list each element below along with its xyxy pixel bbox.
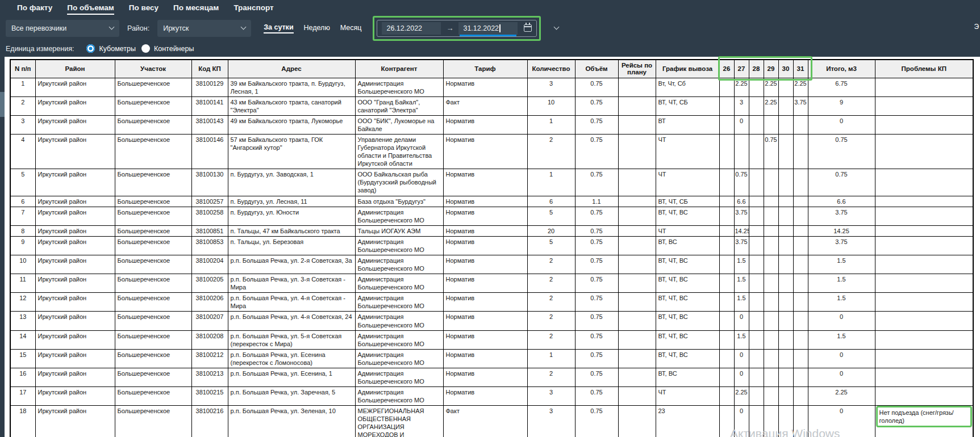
collapse-chevron-icon[interactable] [554, 24, 560, 30]
cell: п. Бурдугуз, ул. Юности [228, 207, 355, 225]
scrollbar-thumb[interactable] [0, 92, 5, 117]
cell: 0.75 [575, 293, 618, 312]
table-row: 17Иркутский районБольшереченское38100215… [10, 387, 973, 406]
cell: 0.75 [575, 406, 618, 437]
cell: р.п. Большая Речка, ул. 2-я Советская, 3… [228, 255, 355, 274]
district-label: Район: [127, 24, 149, 32]
district-select[interactable]: Иркутск [157, 20, 251, 37]
cell: 38100205 [191, 274, 228, 293]
cell: Большереченское [115, 169, 191, 196]
cell: Большереченское [115, 236, 191, 255]
cell [764, 236, 778, 255]
column-header: Рейсы по плану [618, 60, 656, 78]
cell: Иркутский район [35, 387, 115, 406]
cell [764, 387, 778, 406]
cell [875, 225, 973, 236]
cell [719, 312, 734, 330]
cell: 1.5 [734, 274, 749, 293]
cell [618, 196, 656, 207]
cell: 0.75 [575, 207, 618, 225]
period-button[interactable]: Неделю [304, 24, 330, 33]
cell: 3 [10, 115, 35, 134]
date-range-picker[interactable]: 26.12.2022 → 31.12.2022 [377, 20, 537, 37]
left-scrollbar[interactable] [0, 57, 5, 437]
cell [719, 115, 734, 134]
cell: 2 [527, 134, 575, 169]
cell: 1.5 [734, 255, 749, 274]
cell: ВТ [656, 115, 719, 134]
district-select-value: Иркутск [163, 24, 189, 32]
cell: 39 км Байкальского тракта, п. Бурдугуз, … [228, 78, 355, 96]
cell [749, 255, 764, 274]
cell: 14.25 [808, 225, 875, 236]
cell: 1.5 [808, 274, 875, 293]
cell: Администрация Большереченского МО [355, 207, 443, 225]
date-from-input[interactable]: 26.12.2022 [382, 22, 441, 35]
cell [764, 274, 778, 293]
cell: 1 [527, 169, 575, 196]
cell: Администрация Большереченского МО [355, 293, 443, 312]
unit-radio-option[interactable]: Кубометры [86, 44, 136, 53]
cell: Администрация Большереченского МО [355, 312, 443, 330]
cell: 0.75 [575, 115, 618, 134]
calendar-icon[interactable] [524, 24, 532, 32]
column-header: 26 [719, 60, 734, 78]
cell: 0.75 [575, 134, 618, 169]
cell: Норматив [443, 293, 527, 312]
unit-radio-label: Кубометры [99, 45, 136, 53]
cell: ВТ, ЧТ, ВС [656, 312, 719, 330]
period-button[interactable]: За сутки [264, 23, 293, 33]
cell: 38100206 [191, 293, 228, 312]
tab[interactable]: По объемам [67, 3, 114, 15]
cell: Администрация Большереченского МО [355, 236, 443, 255]
chevron-down-icon [241, 24, 247, 30]
cell: 0.75 [575, 274, 618, 293]
cell: 0.75 [575, 169, 618, 196]
cell [618, 115, 656, 134]
cell [719, 225, 734, 236]
cell: Норматив [443, 255, 527, 274]
cell: 2 [527, 255, 575, 274]
radio-icon[interactable] [86, 44, 95, 53]
cell: 5 [527, 207, 575, 225]
cell: 15 [10, 349, 35, 368]
column-header: Количество [527, 60, 575, 78]
radio-icon[interactable] [141, 44, 150, 53]
tab[interactable]: По факту [17, 3, 52, 15]
cell: р.п. Большая Речка, ул. Зеленая, 10 [228, 406, 355, 437]
cell [719, 96, 734, 115]
cell [778, 274, 793, 293]
cell: Норматив [443, 78, 527, 96]
cell [875, 115, 973, 134]
cell [618, 349, 656, 368]
activation-watermark: Активация Windows [730, 427, 840, 437]
period-button[interactable]: Месяц [340, 24, 362, 33]
cell [749, 169, 764, 196]
cell: 6.6 [808, 196, 875, 207]
date-to-input[interactable]: 31.12.2022 [458, 22, 518, 35]
carrier-select[interactable]: Все перевозчики [6, 20, 119, 37]
cell: 0 [734, 368, 749, 386]
export-button-truncated[interactable]: Э [974, 23, 979, 31]
cell: Иркутский район [35, 207, 115, 225]
column-header: Итого, м3 [808, 60, 875, 78]
cell: Иркутский район [35, 368, 115, 386]
table-row: 3Иркутский районБольшереченское381001434… [10, 115, 973, 134]
cell: 3.75 [808, 236, 875, 255]
tab[interactable]: По весу [129, 3, 159, 15]
table-row: 7Иркутский районБольшереченское38100258п… [10, 207, 973, 225]
tab[interactable]: По месяцам [173, 3, 219, 15]
cell: 49 км Байкальского тракта, Лукоморье [228, 115, 355, 134]
cell: 0 [808, 368, 875, 386]
cell: 2 [527, 293, 575, 312]
date-to-value: 31.12.2022 [463, 24, 499, 32]
unit-radio-option[interactable]: Контейнеры [141, 44, 194, 53]
cell: 3.75 [734, 207, 749, 225]
cell: 16 [10, 368, 35, 386]
tab[interactable]: Транспорт [233, 3, 273, 15]
cell: ВТ, ЧТ, ВС [656, 255, 719, 274]
cell: 38100141 [191, 96, 228, 115]
column-header: 30 [778, 60, 793, 78]
cell: 2.25 [734, 387, 749, 406]
cell: 6 [527, 196, 575, 207]
